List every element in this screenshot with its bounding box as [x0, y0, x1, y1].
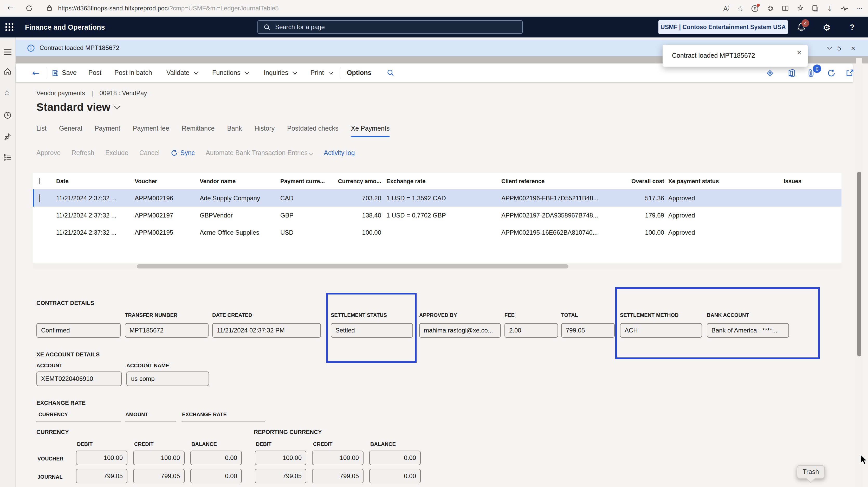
- col-header-voucher[interactable]: Voucher: [135, 178, 200, 184]
- cell-exchange-rate[interactable]: 1 USD = 1.3592 CAD: [386, 194, 501, 202]
- split-screen-icon[interactable]: [782, 5, 789, 12]
- cell-xe-payment-status[interactable]: Approved: [668, 229, 755, 236]
- settings-gear-icon[interactable]: ⚙: [823, 22, 831, 33]
- tab-remittance[interactable]: Remittance: [182, 125, 215, 138]
- automate-bank-transactions-menu[interactable]: Automate Bank Transaction Entries: [206, 149, 313, 157]
- message-bar-close-icon[interactable]: ×: [851, 44, 856, 52]
- read-aloud-icon[interactable]: A): [723, 5, 730, 12]
- select-all-checkbox[interactable]: [39, 178, 40, 184]
- open-in-new-window-icon[interactable]: [846, 63, 854, 82]
- journal-reporting-balance-field[interactable]: 0.00: [369, 469, 421, 483]
- favorites-icon[interactable]: ☆: [4, 88, 10, 97]
- browser-menu-icon[interactable]: ⋯: [856, 5, 863, 12]
- cell-date[interactable]: 11/21/2024 2:37:32 ...: [56, 212, 135, 219]
- voucher-credit-field[interactable]: 100.00: [133, 451, 185, 465]
- tab-postdated-checks[interactable]: Postdated checks: [287, 125, 338, 138]
- view-selector[interactable]: Standard view: [36, 101, 119, 114]
- toast-close-icon[interactable]: ×: [797, 48, 801, 57]
- cell-client-reference[interactable]: APPM002196-FBF17D55211B48...: [501, 194, 630, 202]
- sync-button[interactable]: Sync: [170, 149, 195, 157]
- date-created-field[interactable]: 11/21/2024 02:37:32 PM: [212, 323, 321, 338]
- voucher-reporting-balance-field[interactable]: 0.00: [369, 451, 421, 465]
- exclude-button[interactable]: Exclude: [105, 149, 128, 157]
- journal-balance-field[interactable]: 0.00: [190, 469, 242, 483]
- password-manager-icon[interactable]: [751, 4, 759, 12]
- approved-by-field[interactable]: mahima.rastogi@xe.co...: [419, 323, 501, 338]
- cell-vendor[interactable]: Ade Supply Company: [200, 194, 280, 202]
- cell-client-reference[interactable]: APPM002195-16E662BA810740...: [501, 229, 630, 236]
- journal-reporting-credit-field[interactable]: 799.05: [312, 469, 364, 483]
- help-icon[interactable]: ?: [850, 22, 855, 31]
- cell-voucher[interactable]: APPM002195: [135, 229, 200, 236]
- refresh-icon[interactable]: [827, 63, 836, 82]
- refresh-button[interactable]: Refresh: [71, 149, 94, 157]
- validate-menu[interactable]: Validate: [166, 63, 198, 82]
- voucher-reporting-debit-field[interactable]: 100.00: [255, 451, 306, 465]
- tab-payment-fee[interactable]: Payment fee: [133, 125, 169, 138]
- favorites-bar-icon[interactable]: [797, 5, 804, 12]
- col-header-issues[interactable]: Issues: [755, 178, 801, 184]
- journal-credit-field[interactable]: 799.05: [133, 469, 185, 483]
- col-header-payment-currency[interactable]: Payment curre...: [280, 178, 331, 184]
- tab-history[interactable]: History: [254, 125, 275, 138]
- options-menu[interactable]: Options: [347, 63, 371, 82]
- scrollbar-thumb[interactable]: [857, 172, 861, 357]
- action-search-icon[interactable]: [387, 63, 394, 82]
- voucher-reporting-credit-field[interactable]: 100.00: [312, 451, 364, 465]
- cell-payment-currency[interactable]: CAD: [280, 194, 331, 202]
- workspaces-icon[interactable]: [4, 154, 11, 161]
- voucher-debit-field[interactable]: 100.00: [76, 451, 127, 465]
- cell-currency-amount[interactable]: 703.20: [331, 194, 381, 202]
- cell-voucher[interactable]: APPM002196: [135, 194, 200, 202]
- cell-overall-cost[interactable]: 100.00: [630, 229, 664, 236]
- tab-list[interactable]: List: [36, 125, 46, 138]
- browser-essentials-icon[interactable]: [840, 5, 848, 12]
- tab-general[interactable]: General: [59, 125, 82, 138]
- cancel-button[interactable]: Cancel: [140, 149, 160, 157]
- cell-overall-cost[interactable]: 517.36: [630, 194, 664, 202]
- breadcrumb-page[interactable]: Vendor payments: [36, 90, 85, 97]
- cell-payment-currency[interactable]: USD: [280, 229, 331, 236]
- browser-reload-icon[interactable]: [25, 4, 32, 12]
- url-text[interactable]: https://d365finops-sand.hifxpreprod.poc/…: [58, 4, 279, 12]
- cell-xe-payment-status[interactable]: Approved: [668, 212, 755, 219]
- col-header-overall-cost[interactable]: Overall cost: [630, 178, 664, 184]
- scrollbar-thumb[interactable]: [137, 264, 568, 269]
- col-header-vendor-name[interactable]: Vendor name: [200, 178, 280, 184]
- journal-reporting-debit-field[interactable]: 799.05: [255, 469, 306, 483]
- favorite-star-icon[interactable]: ☆: [737, 5, 743, 12]
- total-field[interactable]: 799.05: [561, 323, 615, 338]
- site-lock-icon[interactable]: [46, 5, 52, 11]
- home-icon[interactable]: [4, 68, 11, 75]
- cell-payment-currency[interactable]: GBP: [280, 212, 331, 219]
- settlement-status-field[interactable]: Settled: [331, 323, 413, 338]
- post-in-batch-button[interactable]: Post in batch: [115, 63, 152, 82]
- approve-button[interactable]: Approve: [36, 149, 61, 157]
- extensions-icon[interactable]: [767, 5, 774, 12]
- search-input[interactable]: Search for a page: [257, 20, 523, 34]
- company-selector[interactable]: USMF | Contoso Entertainment System USA: [658, 20, 788, 34]
- contract-status-field[interactable]: Confirmed: [36, 323, 121, 338]
- cell-exchange-rate[interactable]: 1 USD = 0.7702 GBP: [386, 212, 501, 219]
- tab-xe-payments[interactable]: Xe Payments: [351, 125, 390, 138]
- settlement-method-field[interactable]: ACH: [620, 323, 702, 338]
- col-header-xe-payment-status[interactable]: Xe payment status: [668, 178, 755, 184]
- print-menu[interactable]: Print: [310, 63, 332, 82]
- collections-icon[interactable]: [812, 5, 819, 12]
- functions-menu[interactable]: Functions: [212, 63, 249, 82]
- browser-back-icon[interactable]: ←: [7, 4, 14, 12]
- account-field[interactable]: XEMT0220406910: [36, 371, 122, 386]
- message-stack-expand-icon[interactable]: [826, 44, 831, 52]
- downloads-icon[interactable]: ↓: [827, 5, 833, 12]
- cell-voucher[interactable]: APPM002197: [135, 212, 200, 219]
- pinned-icon[interactable]: [4, 133, 11, 141]
- cell-overall-cost[interactable]: 179.69: [630, 212, 664, 219]
- activity-log-button[interactable]: Activity log: [324, 149, 355, 157]
- row-radio-button[interactable]: [39, 194, 40, 202]
- tab-payment[interactable]: Payment: [95, 125, 120, 138]
- page-vertical-scrollbar[interactable]: [856, 58, 862, 487]
- cell-currency-amount[interactable]: 138.40: [331, 212, 381, 219]
- tab-bank[interactable]: Bank: [227, 125, 242, 138]
- col-header-exchange-rate[interactable]: Exchange rate: [386, 178, 501, 184]
- cell-vendor[interactable]: GBPVendor: [200, 212, 280, 219]
